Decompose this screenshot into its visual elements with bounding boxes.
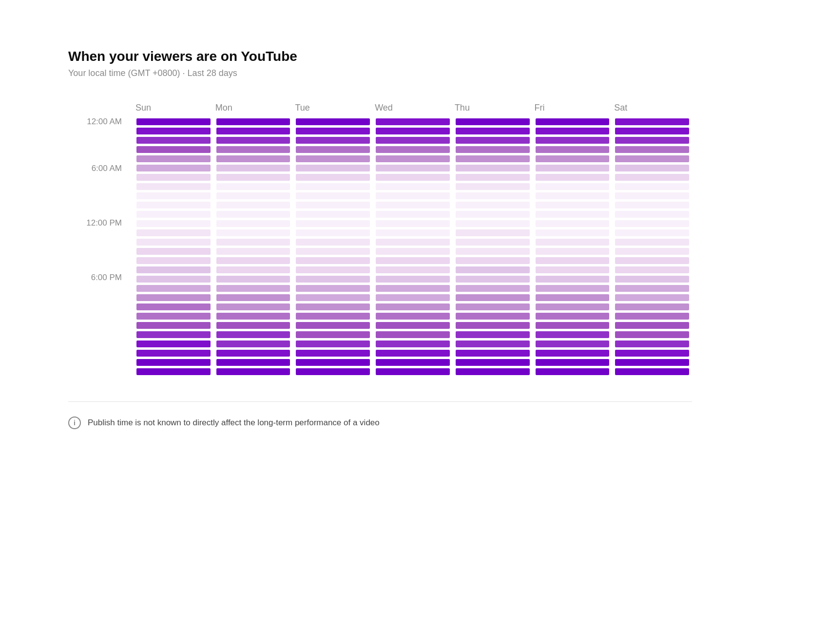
heatmap-cell xyxy=(296,359,370,366)
heatmap-row xyxy=(134,192,692,200)
heatmap-cell xyxy=(296,239,370,246)
heatmap-row xyxy=(134,312,692,320)
heatmap-cell xyxy=(136,128,211,134)
heatmap-row xyxy=(134,238,692,246)
heatmap-cell xyxy=(136,266,211,273)
heatmap-row xyxy=(134,146,692,153)
heatmap-cell xyxy=(376,183,450,190)
heatmap-cell xyxy=(376,294,450,301)
heatmap-cell xyxy=(296,368,370,375)
heatmap-cell xyxy=(615,229,689,236)
heatmap-cell xyxy=(216,137,290,144)
heatmap-cell xyxy=(615,165,689,171)
heatmap-row xyxy=(134,331,692,339)
heatmap-cell xyxy=(615,239,689,246)
heatmap-cell xyxy=(136,359,211,366)
heatmap-cell xyxy=(536,137,610,144)
heatmap-cell xyxy=(536,118,610,125)
heatmap-cell xyxy=(216,341,290,347)
heatmap-cell xyxy=(456,146,530,153)
heatmap-cell xyxy=(456,331,530,338)
heatmap-cell xyxy=(615,137,689,144)
heatmap-cell xyxy=(136,313,211,320)
heatmap-cell xyxy=(536,183,610,190)
heatmap-cell xyxy=(536,211,610,218)
heatmap-cell xyxy=(456,239,530,246)
heatmap-cell xyxy=(376,155,450,162)
heatmap-cell xyxy=(216,174,290,181)
heatmap-row xyxy=(134,210,692,218)
heatmap-cell xyxy=(136,192,211,199)
heatmap-cell xyxy=(296,128,370,134)
heatmap-cell xyxy=(376,118,450,125)
heatmap-cell xyxy=(536,276,610,283)
heatmap-cell xyxy=(136,202,211,208)
heatmap-cell xyxy=(136,368,211,375)
heatmap-cell xyxy=(456,285,530,292)
card: When your viewers are on YouTube Your lo… xyxy=(39,29,721,458)
heatmap-cell xyxy=(216,303,290,310)
heatmap-cell xyxy=(296,192,370,199)
heatmap-cell xyxy=(615,248,689,255)
heatmap-cell xyxy=(296,294,370,301)
y-label-6-00-pm: 6:00 PM xyxy=(91,273,122,282)
heatmap-cell xyxy=(615,220,689,227)
heatmap-cell xyxy=(456,322,530,329)
heatmap-cell xyxy=(216,211,290,218)
heatmap-cell xyxy=(296,266,370,273)
heatmap-cell xyxy=(615,174,689,181)
heatmap-cell xyxy=(376,239,450,246)
heatmap-cell xyxy=(456,368,530,375)
heatmap-cell xyxy=(536,174,610,181)
heatmap-cell xyxy=(136,303,211,310)
heatmap-cell xyxy=(136,146,211,153)
heatmap-cell xyxy=(376,341,450,347)
heatmap-cell xyxy=(615,285,689,292)
info-icon: i xyxy=(68,417,81,429)
days-header-row: SunMonTueWedThuFriSat xyxy=(134,103,692,113)
heatmap-cell xyxy=(536,303,610,310)
heatmap-cell xyxy=(456,220,530,227)
heatmap-cell xyxy=(615,331,689,338)
heatmap-cell xyxy=(136,294,211,301)
day-header-tue: Tue xyxy=(293,103,373,113)
heatmap-cell xyxy=(296,146,370,153)
heatmap-cell xyxy=(536,341,610,347)
heatmap-cell xyxy=(456,341,530,347)
heatmap-cell xyxy=(376,368,450,375)
heatmap-row xyxy=(134,322,692,329)
heatmap-cell xyxy=(615,118,689,125)
heatmap-cell xyxy=(376,146,450,153)
heatmap-cell xyxy=(376,202,450,208)
heatmap-cell xyxy=(216,276,290,283)
heatmap-cell xyxy=(136,239,211,246)
heatmap-cell xyxy=(296,285,370,292)
heatmap-cell xyxy=(376,174,450,181)
heatmap-cell xyxy=(536,322,610,329)
heatmap-cell xyxy=(216,202,290,208)
day-header-wed: Wed xyxy=(373,103,453,113)
heatmap-cell xyxy=(216,248,290,255)
day-header-fri: Fri xyxy=(533,103,613,113)
heatmap-cell xyxy=(136,220,211,227)
heatmap-cell xyxy=(216,165,290,171)
heatmap-row xyxy=(134,118,692,126)
heatmap-cell xyxy=(456,211,530,218)
heatmap-cell xyxy=(615,155,689,162)
heatmap-cell xyxy=(376,359,450,366)
heatmap-cell xyxy=(615,294,689,301)
heatmap-cell xyxy=(136,322,211,329)
heatmap-cell xyxy=(296,331,370,338)
heatmap-row xyxy=(134,359,692,366)
heatmap-cell xyxy=(296,341,370,347)
heatmap-row xyxy=(134,275,692,283)
heatmap-cell xyxy=(136,118,211,125)
heatmap-cell xyxy=(136,137,211,144)
heatmap-cell xyxy=(216,229,290,236)
heatmap-cell xyxy=(456,155,530,162)
heatmap-cell xyxy=(456,183,530,190)
heatmap-cell xyxy=(615,128,689,134)
heatmap-cell xyxy=(456,137,530,144)
heatmap-cell xyxy=(615,146,689,153)
heatmap-row xyxy=(134,247,692,255)
